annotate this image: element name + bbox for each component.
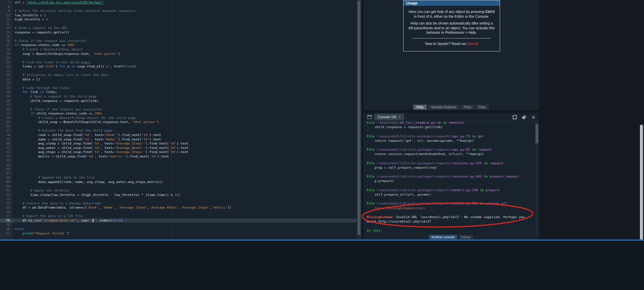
editor-scrollbar-thumb[interactable] <box>357 1 361 235</box>
code-line[interactable]: 48 # Append the data to the list <box>0 175 357 180</box>
code-line[interactable]: 60else: <box>0 227 357 231</box>
line-number[interactable]: 8 <box>0 5 13 9</box>
line-number[interactable]: 15 <box>0 34 13 39</box>
code-line[interactable]: 57 # Export the data to a CSV file <box>0 214 357 218</box>
code-line[interactable]: 26 <box>0 81 357 86</box>
code-line[interactable]: 49 data.append([rank, name, avg_sleep, a… <box>0 180 357 184</box>
code-line[interactable]: 50 <box>0 184 357 189</box>
code-line[interactable]: 13# Send a request to the URL <box>0 26 357 30</box>
tab-ipython-console[interactable]: IPython console <box>429 234 457 240</box>
code-line[interactable]: 19 soup = BeautifulSoup(response.text, '… <box>0 52 357 56</box>
line-number[interactable]: 28 <box>0 90 13 94</box>
code-line[interactable]: 14response = requests.get(url) <box>0 30 357 35</box>
line-number[interactable]: 37 <box>0 128 13 133</box>
code-line[interactable]: 35 child_soup = BeautifulSoup(child_resp… <box>0 120 357 124</box>
line-number[interactable]: 29 <box>0 94 13 99</box>
code-line[interactable]: 53 <box>0 197 357 201</box>
code-line[interactable]: 46 <box>0 167 357 171</box>
line-number[interactable]: 27 <box>0 86 13 90</box>
console-scrollbar-thumb[interactable] <box>536 124 538 143</box>
tutorial-link[interactable]: tutorial <box>467 42 478 46</box>
line-number[interactable]: 30 <box>0 99 13 103</box>
code-line[interactable]: 41 avg_water = child_soup.find('td', tex… <box>0 146 357 150</box>
code-line[interactable]: 23 <box>0 69 357 73</box>
tab-variable-explorer[interactable]: Variable Explorer <box>427 104 460 110</box>
code-line[interactable]: 37 # Extract the data from the child pag… <box>0 128 357 133</box>
line-number[interactable]: 25 <box>0 77 13 82</box>
code-line[interactable]: 54 # Convert the data to a Pandas datafr… <box>0 201 357 206</box>
code-line[interactable]: 33 if child_response.status_code == 200: <box>0 111 357 116</box>
code-line[interactable]: 59 <box>0 223 357 227</box>
code-line[interactable]: 25 data = [] <box>0 77 357 82</box>
line-number[interactable]: 59 <box>0 223 13 227</box>
line-number[interactable]: 31 <box>0 103 13 107</box>
line-number[interactable]: 46 <box>0 167 13 171</box>
stop-icon[interactable] <box>513 115 517 119</box>
line-number[interactable]: 34 <box>0 116 13 120</box>
tab-help[interactable]: Help <box>413 104 427 110</box>
line-number[interactable]: 48 <box>0 175 13 180</box>
code-line[interactable]: 61 print("Request failed.") <box>0 231 357 236</box>
code-line[interactable]: 31 <box>0 103 357 107</box>
code-line[interactable]: 44 <box>0 158 357 163</box>
code-line[interactable]: 36 <box>0 124 357 129</box>
code-line[interactable]: 34 # Create a BeautifulSoup object for t… <box>0 116 357 120</box>
new-window-icon[interactable] <box>367 115 372 119</box>
line-number[interactable]: 11 <box>0 17 13 22</box>
code-line[interactable]: 20 <box>0 56 357 60</box>
code-line[interactable]: 38 rank = child_soup.find('td', text='Ra… <box>0 133 357 137</box>
code-line[interactable]: 10low_throttle = 1 <box>0 13 357 18</box>
code-line[interactable]: 12 <box>0 22 357 26</box>
code-line[interactable]: 43 metric = child_soup.find('td', text='… <box>0 154 357 159</box>
eraser-icon[interactable] <box>522 115 527 119</box>
code-line[interactable]: 55 df = pd.DataFrame(data, columns=['Ran… <box>0 205 357 210</box>
line-number[interactable]: 55 <box>0 205 13 210</box>
line-number[interactable]: 57 <box>0 214 13 218</box>
line-number[interactable]: 16 <box>0 39 13 43</box>
line-number[interactable]: 14 <box>0 30 13 35</box>
code-line[interactable]: 27 # Loop through the links <box>0 86 357 90</box>
code-line[interactable]: 15 <box>0 34 357 39</box>
line-number[interactable]: 38 <box>0 133 13 137</box>
tab-console-1a[interactable]: Console 1/A × <box>375 114 404 120</box>
code-line[interactable]: 32 # Check if the request was successful <box>0 107 357 112</box>
code-line[interactable]: 21 # Find the links to the child pages <box>0 60 357 65</box>
line-number[interactable]: 45 <box>0 163 13 167</box>
code-line[interactable]: 7url = "http://drd.ba.ttu.edu/isqs3358/h… <box>0 0 357 5</box>
code-line[interactable]: 30 child_response = requests.get(link) <box>0 99 357 103</box>
line-number[interactable]: 42 <box>0 150 13 154</box>
editor-scrollbar[interactable] <box>357 0 362 240</box>
code-line[interactable]: 18 # Create a BeautifulSoup object <box>0 47 357 52</box>
line-number[interactable]: 58 <box>0 218 13 223</box>
code-line[interactable]: 39 name = child_soup.find('td', text='Na… <box>0 137 357 142</box>
line-number[interactable]: 49 <box>0 180 13 184</box>
line-number[interactable]: 40 <box>0 141 13 146</box>
code-line[interactable]: 47 <box>0 171 357 176</box>
line-number[interactable]: 51 <box>0 188 13 193</box>
line-number[interactable]: 60 <box>0 227 13 231</box>
line-number[interactable]: 12 <box>0 22 13 26</box>
options-menu-icon[interactable]: ≡ <box>532 116 535 119</box>
tab-plots[interactable]: Plots <box>460 104 475 110</box>
line-number[interactable]: 23 <box>0 69 13 73</box>
console-scrollbar[interactable] <box>535 122 539 234</box>
line-number[interactable]: 47 <box>0 171 13 176</box>
code-line[interactable]: 24 # Initialize an empty list to store t… <box>0 73 357 77</box>
line-number[interactable]: 19 <box>0 52 13 56</box>
line-number[interactable]: 43 <box>0 154 13 159</box>
close-icon[interactable]: × <box>398 116 400 119</box>
line-number[interactable]: 41 <box>0 146 13 150</box>
line-number[interactable]: 21 <box>0 60 13 65</box>
code-line[interactable]: 42 avg_steps = child_soup.find('td', tex… <box>0 150 357 154</box>
line-number[interactable]: 7 <box>0 0 13 5</box>
line-number[interactable]: 61 <box>0 231 13 236</box>
line-number[interactable]: 35 <box>0 120 13 124</box>
line-number[interactable]: 9 <box>0 9 13 13</box>
line-number[interactable]: 26 <box>0 81 13 86</box>
line-number[interactable]: 56 <box>0 210 13 214</box>
code-line[interactable]: 56 <box>0 210 357 214</box>
code-line[interactable]: 9# Define the throttle setting (time int… <box>0 9 357 13</box>
line-number[interactable]: 17 <box>0 43 13 47</box>
code-line[interactable]: 29 # Send a request to the child page <box>0 94 357 99</box>
line-number[interactable]: 50 <box>0 184 13 189</box>
